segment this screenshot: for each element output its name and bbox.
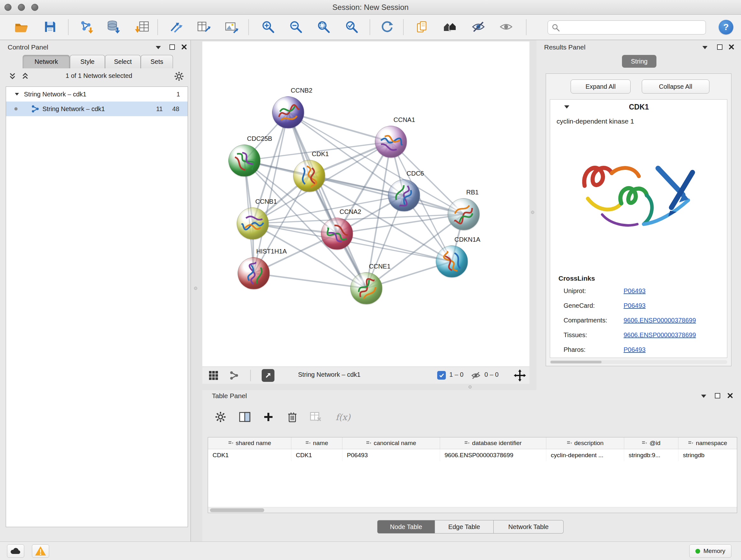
zoom-selected-button[interactable] xyxy=(342,17,361,37)
zoom-in-button[interactable] xyxy=(259,17,278,37)
cell-namespace[interactable]: stringdb xyxy=(678,449,737,461)
copy-button[interactable] xyxy=(412,17,431,37)
network-node-label-CCNA2: CCNA2 xyxy=(340,208,361,215)
table-panel-float-button[interactable] xyxy=(701,395,706,398)
network-node-CCNB2[interactable] xyxy=(272,97,304,128)
home-button[interactable] xyxy=(441,17,460,37)
cell-id[interactable]: stringdb:9... xyxy=(624,449,678,461)
fit-content-button[interactable] xyxy=(514,369,526,382)
network-node-CCNE1[interactable] xyxy=(350,272,382,304)
hide-selected-button[interactable] xyxy=(469,17,488,37)
control-panel-maximize-button[interactable] xyxy=(170,44,175,50)
network-view-title: String Network – cdk1 xyxy=(298,371,360,378)
collapse-all-networks-button[interactable] xyxy=(8,72,17,82)
control-panel-close-button[interactable] xyxy=(181,44,187,51)
network-node-CDK1[interactable] xyxy=(293,160,325,192)
expand-all-button[interactable]: Expand All xyxy=(570,79,630,94)
network-node-CDKN1A[interactable] xyxy=(436,246,468,277)
network-node-CCNB1[interactable] xyxy=(237,207,269,240)
search-input[interactable] xyxy=(562,21,702,34)
tab-network[interactable]: Network xyxy=(23,55,70,68)
collapse-all-button[interactable]: Collapse All xyxy=(642,79,710,94)
control-panel-float-button[interactable] xyxy=(156,46,161,49)
export-image-button[interactable] xyxy=(221,17,241,37)
zoom-out-button[interactable] xyxy=(286,17,306,37)
results-tab-string[interactable]: String xyxy=(622,55,657,68)
new-network-from-selection-button[interactable] xyxy=(166,17,185,37)
warnings-button[interactable] xyxy=(32,544,49,558)
tab-style[interactable]: Style xyxy=(70,55,105,68)
help-button[interactable]: ? xyxy=(719,20,733,35)
save-session-button[interactable] xyxy=(41,17,60,37)
function-builder-button[interactable]: f(x) xyxy=(332,408,354,426)
network-row-label: String Network – cdk1 xyxy=(43,105,105,113)
new-table-button[interactable] xyxy=(194,17,213,37)
left-splitter-handle[interactable] xyxy=(194,287,197,290)
show-columns-button[interactable] xyxy=(236,408,254,426)
column-header-id[interactable]: @id xyxy=(624,437,678,449)
network-canvas[interactable]: CCNB2CCNA1CDC25BCDK1CDC6RB1CCNB1CCNA2CDK… xyxy=(202,42,529,367)
cell-database-identifier[interactable]: 9606.ENSP00000378699 xyxy=(440,449,546,461)
cell-shared-name[interactable]: CDK1 xyxy=(208,449,291,461)
column-header-canonical-name[interactable]: canonical name xyxy=(342,437,440,449)
crosslink-link[interactable]: P06493 xyxy=(623,346,646,354)
table-panel-title: Table Panel xyxy=(212,392,247,400)
network-node-HIST1H1A[interactable] xyxy=(238,257,270,289)
results-panel-close-button[interactable] xyxy=(729,44,734,51)
results-panel-maximize-button[interactable] xyxy=(717,44,723,50)
crosslink-link[interactable]: P06493 xyxy=(623,302,646,309)
expand-all-networks-button[interactable] xyxy=(21,72,29,82)
cloud-status-button[interactable] xyxy=(7,544,24,558)
show-all-button[interactable] xyxy=(496,17,516,37)
birds-eye-view-button[interactable] xyxy=(208,369,219,382)
network-options-button[interactable] xyxy=(174,71,184,82)
network-type-button[interactable] xyxy=(229,369,239,382)
column-header-database-identifier[interactable]: database identifier xyxy=(440,437,546,449)
table-options-button[interactable] xyxy=(212,408,229,426)
table-scrollbar-thumb[interactable] xyxy=(210,508,264,512)
table-row[interactable]: CDK1 CDK1 P06493 9606.ENSP00000378699 cy… xyxy=(208,449,737,461)
delete-table-button-disabled[interactable] xyxy=(307,408,325,426)
open-external-button[interactable] xyxy=(262,369,274,382)
crosslink-link[interactable]: P06493 xyxy=(623,287,646,295)
cell-canonical-name[interactable]: P06493 xyxy=(342,449,440,461)
tab-sets[interactable]: Sets xyxy=(141,55,173,68)
import-table-button[interactable] xyxy=(133,17,152,37)
column-header-name[interactable]: name xyxy=(291,437,342,449)
right-splitter-handle[interactable] xyxy=(531,211,534,214)
network-edge[interactable] xyxy=(288,112,366,288)
selected-checkbox-icon[interactable] xyxy=(437,371,446,380)
results-panel-float-button[interactable] xyxy=(702,46,708,49)
table-panel-maximize-button[interactable] xyxy=(715,393,720,398)
horizontal-splitter-handle[interactable] xyxy=(468,385,472,388)
column-header-namespace[interactable]: namespace xyxy=(678,437,737,449)
network-edge[interactable] xyxy=(254,273,366,288)
crosslink-link[interactable]: 9606.ENSP00000378699 xyxy=(623,331,696,339)
network-node-CCNA1[interactable] xyxy=(375,126,407,158)
add-column-button[interactable] xyxy=(259,408,277,426)
network-node-RB1[interactable] xyxy=(448,198,480,230)
zoom-fit-button[interactable] xyxy=(314,17,333,37)
import-network-database-button[interactable] xyxy=(104,17,123,37)
delete-column-button[interactable] xyxy=(283,408,301,426)
crosslink-link[interactable]: 9606.ENSP00000378699 xyxy=(623,317,696,324)
tab-select[interactable]: Select xyxy=(105,55,141,68)
network-node-CDC25B[interactable] xyxy=(228,145,260,177)
network-collection-row[interactable]: String Network – cdk1 1 xyxy=(6,87,188,102)
tab-network-table[interactable]: Network Table xyxy=(494,520,563,534)
apply-layout-refresh-button[interactable] xyxy=(378,17,397,37)
open-session-button[interactable] xyxy=(12,17,31,37)
tab-edge-table[interactable]: Edge Table xyxy=(435,520,494,534)
network-row-selected[interactable]: String Network – cdk1 11 48 xyxy=(6,102,188,116)
network-node-CCNA2[interactable] xyxy=(321,218,353,250)
results-scrollbar-thumb[interactable] xyxy=(550,361,602,363)
network-node-CDC6[interactable] xyxy=(388,179,420,211)
table-panel-close-button[interactable] xyxy=(727,393,733,400)
import-network-file-button[interactable] xyxy=(77,17,96,37)
memory-button[interactable]: Memory xyxy=(689,544,731,558)
cell-description[interactable]: cyclin-dependent ... xyxy=(546,449,624,461)
cell-name[interactable]: CDK1 xyxy=(291,449,342,461)
tab-node-table[interactable]: Node Table xyxy=(377,520,435,534)
column-header-shared-name[interactable]: shared name xyxy=(208,437,291,449)
column-header-description[interactable]: description xyxy=(546,437,624,449)
